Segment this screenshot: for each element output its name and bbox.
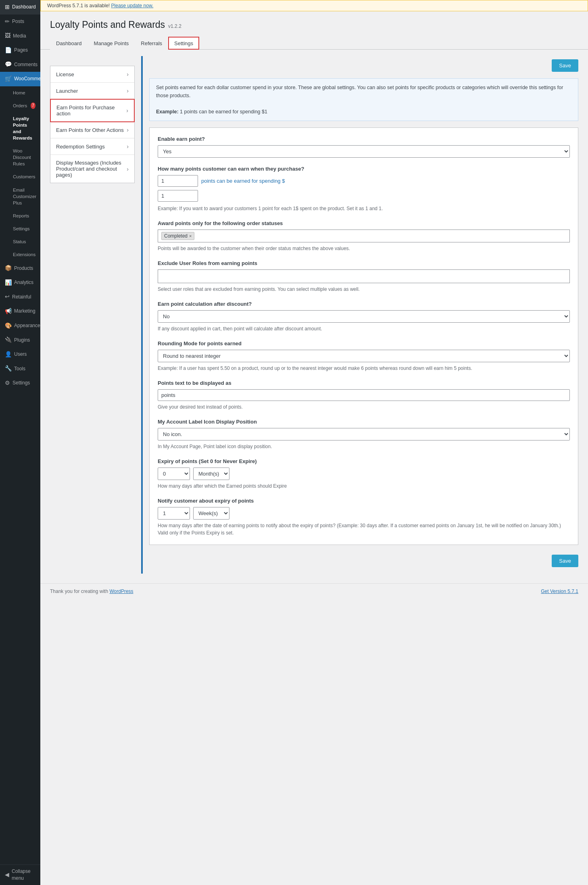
analytics-icon: 📊 — [5, 279, 12, 287]
footer-version-link[interactable]: Get Version 5.7.1 — [541, 589, 578, 594]
points-value-1-input[interactable] — [158, 175, 198, 187]
field-expiry: Expiry of points (Set 0 for Never Expire… — [158, 458, 570, 490]
sidebar-label: Dashboard — [12, 4, 36, 10]
sidebar-item-analytics[interactable]: 📊 Analytics — [0, 276, 40, 290]
retainful-icon: ↩ — [5, 293, 10, 301]
rounding-mode-label: Rounding Mode for points earned — [158, 340, 570, 346]
rounding-mode-help: Example: If a user has spent 5.50 on a p… — [158, 365, 570, 372]
exclude-roles-input[interactable] — [158, 269, 570, 283]
field-order-statuses: Award points only for the following orde… — [158, 220, 570, 252]
sidebar-label: Loyalty Points and Rewards — [13, 115, 35, 141]
sidebar-item-settings-sub[interactable]: Settings — [8, 222, 40, 235]
points-example: Example: If you want to award your custo… — [158, 205, 570, 212]
earn-after-discount-select[interactable]: No Yes — [158, 310, 570, 323]
sidebar-label: Posts — [12, 18, 24, 25]
sidebar-label: Home — [13, 90, 25, 96]
sidebar-item-comments[interactable]: 💬 Comments — [0, 57, 40, 72]
notify-expiry-num-select[interactable]: 1 2 3 4 — [158, 507, 190, 520]
products-icon: 📦 — [5, 264, 12, 272]
sidebar-item-marketing[interactable]: 📢 Marketing — [0, 304, 40, 319]
menu-item-earn-other[interactable]: Earn Points for Other Actions › — [50, 122, 134, 138]
media-icon: 🖼 — [5, 32, 10, 40]
users-icon: 👤 — [5, 351, 12, 359]
sidebar-item-media[interactable]: 🖼 Media — [0, 29, 40, 43]
earn-after-discount-label: Earn point calculation after discount? — [158, 301, 570, 307]
sidebar-item-status[interactable]: Status — [8, 235, 40, 248]
menu-item-redemption[interactable]: Redemption Settings › — [50, 138, 134, 155]
tab-referrals[interactable]: Referrals — [135, 37, 168, 50]
sidebar-item-dashboard[interactable]: ⊞ Dashboard — [0, 0, 40, 15]
notify-expiry-label: Notify customer about expiry of points — [158, 498, 570, 504]
save-button-top[interactable]: Save — [552, 59, 578, 72]
sidebar-item-pages[interactable]: 📄 Pages — [0, 43, 40, 58]
example-label: Example: — [156, 109, 179, 115]
sidebar-item-reports[interactable]: Reports — [8, 209, 40, 222]
field-points-text: Points text to be displayed as Give your… — [158, 380, 570, 411]
sidebar-item-collapse[interactable]: ◀ Collapse menu — [0, 864, 40, 885]
notice-link[interactable]: Please update now. — [111, 3, 154, 8]
notice-bar: WordPress 5.7.1 is available! Please upd… — [40, 0, 588, 11]
field-notify-expiry: Notify customer about expiry of points 1… — [158, 498, 570, 536]
sidebar-item-users[interactable]: 👤 Users — [0, 347, 40, 362]
points-row-2 — [158, 190, 570, 202]
menu-item-earn-purchase[interactable]: Earn Points for Purchase action › — [50, 99, 135, 122]
tag-remove-icon[interactable]: × — [189, 234, 192, 238]
save-bar-bottom: Save — [149, 551, 578, 570]
orders-badge: 7 — [31, 102, 35, 109]
footer-wordpress-link[interactable]: WordPress — [109, 589, 133, 594]
sidebar-item-products[interactable]: 📦 Products — [0, 261, 40, 276]
sidebar-label: Users — [14, 351, 27, 358]
tag-completed[interactable]: Completed × — [161, 232, 194, 240]
sidebar-item-email-customizer[interactable]: Email Customizer Plus — [8, 184, 40, 209]
points-earn-label: How many points customer can earn when t… — [158, 166, 570, 172]
enable-earn-point-label: Enable earn point? — [158, 136, 570, 142]
tools-icon: 🔧 — [5, 365, 12, 373]
points-value-2-input[interactable] — [158, 190, 198, 202]
sidebar-item-loyalty[interactable]: Loyalty Points and Rewards — [8, 112, 40, 144]
chevron-right-icon: › — [126, 107, 128, 114]
sidebar-item-woo-discount[interactable]: Woo Discount Rules — [8, 144, 40, 170]
points-row-1: points can be earned for spending $ — [158, 175, 570, 187]
tab-dashboard[interactable]: Dashboard — [50, 37, 88, 50]
tab-settings[interactable]: Settings — [168, 37, 199, 50]
menu-item-display-messages[interactable]: Display Messages (Includes Product/cart … — [50, 155, 134, 183]
woocommerce-icon: 🛒 — [5, 75, 12, 83]
menu-item-license[interactable]: License › — [50, 66, 134, 83]
footer-right: Get Version 5.7.1 — [541, 589, 578, 594]
sidebar-item-home[interactable]: Home — [8, 86, 40, 99]
sidebar-item-settings-main[interactable]: ⚙ Settings — [0, 376, 40, 390]
sidebar-item-appearance[interactable]: 🎨 Appearance — [0, 319, 40, 333]
sidebar-item-customers[interactable]: Customers — [8, 170, 40, 183]
sidebar-label: Extensions — [13, 251, 35, 258]
sidebar-item-extensions[interactable]: Extensions — [8, 248, 40, 261]
order-statuses-input[interactable]: Completed × — [158, 230, 570, 242]
sidebar-label: Email Customizer Plus — [13, 187, 36, 206]
sidebar-label: Woo Discount Rules — [13, 148, 35, 167]
points-text-input[interactable] — [158, 389, 570, 401]
active-indicator — [141, 56, 143, 574]
sidebar-label: Plugins — [14, 337, 30, 344]
sidebar-label: Marketing — [14, 308, 35, 315]
sidebar-label: Appearance — [14, 322, 40, 329]
sidebar-item-orders[interactable]: Orders 7 — [8, 99, 40, 112]
expiry-unit-select[interactable]: Month(s) Day(s) Week(s) Year(s) — [193, 468, 229, 480]
settings-card: Enable earn point? Yes No How many point… — [149, 127, 578, 545]
info-text: Set points earned for each dollar custom… — [156, 85, 563, 98]
exclude-roles-help: Select user roles that are excluded from… — [158, 286, 570, 293]
save-button-bottom[interactable]: Save — [552, 555, 578, 567]
sidebar-item-tools[interactable]: 🔧 Tools — [0, 361, 40, 376]
earn-after-discount-help: If any discount applied in cart, then po… — [158, 325, 570, 332]
notify-expiry-unit-select[interactable]: Week(s) Day(s) Month(s) — [193, 507, 229, 520]
rounding-mode-select[interactable]: Round to nearest integer Round up Round … — [158, 350, 570, 362]
sidebar-item-plugins[interactable]: 🔌 Plugins — [0, 333, 40, 347]
expiry-num-select[interactable]: 0 1 2 3 — [158, 468, 190, 480]
account-label-icon-select[interactable]: No icon. Before label After label — [158, 428, 570, 440]
points-link: points can be earned for spending $ — [201, 178, 285, 184]
tab-manage-points[interactable]: Manage Points — [88, 37, 135, 50]
menu-item-launcher[interactable]: Launcher › — [50, 83, 134, 99]
sidebar-item-woocommerce[interactable]: 🛒 WooCommerce — [0, 72, 40, 86]
sidebar-item-retainful[interactable]: ↩ Retainful — [0, 290, 40, 304]
sidebar-label: Retainful — [12, 294, 31, 301]
enable-earn-point-select[interactable]: Yes No — [158, 145, 570, 158]
sidebar-item-posts[interactable]: ✏ Posts — [0, 15, 40, 29]
